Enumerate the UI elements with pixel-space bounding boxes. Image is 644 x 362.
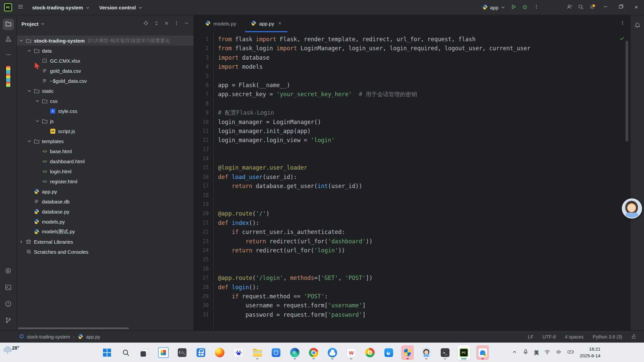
- main-menu-button[interactable]: [15, 2, 26, 13]
- taskbar-search-button[interactable]: [119, 345, 132, 360]
- tree-row[interactable]: database.db: [17, 196, 194, 206]
- taskbar-pycharm-button[interactable]: PC: [458, 345, 470, 360]
- editor-scrollbar[interactable]: [626, 41, 628, 141]
- horizontal-scrollbar[interactable]: [18, 327, 129, 329]
- minimize-button[interactable]: [598, 0, 613, 15]
- tree-row[interactable]: gold_data.csv: [17, 66, 194, 76]
- project-selector[interactable]: stock-trading-system: [29, 3, 93, 12]
- chevron-down-icon[interactable]: [34, 99, 41, 103]
- maximize-button[interactable]: [613, 0, 629, 15]
- taskbar-microsoft-store-button[interactable]: [195, 345, 207, 360]
- structure-tool-button[interactable]: [3, 34, 14, 46]
- inspection-ok-icon[interactable]: [619, 36, 625, 43]
- close-tab-icon[interactable]: ×: [278, 21, 281, 26]
- locate-file-icon[interactable]: [143, 20, 149, 27]
- taskbar-wecom-chat-button[interactable]: [476, 345, 489, 360]
- unlocked-padlock-icon[interactable]: [631, 334, 637, 340]
- code-with-me-button[interactable]: [564, 2, 575, 13]
- run-configuration-selector[interactable]: app: [480, 4, 508, 11]
- tree-row[interactable]: css: [17, 96, 194, 106]
- taskbar-baidu-button[interactable]: [232, 345, 245, 360]
- taskbar-edge-button[interactable]: [288, 345, 301, 360]
- tree-row[interactable]: <>base.html: [17, 146, 194, 156]
- tree-row[interactable]: External Libraries: [17, 237, 194, 247]
- taskbar-firefox-button[interactable]: [213, 345, 226, 360]
- status-interpreter[interactable]: Python 3.8 (3): [593, 334, 622, 340]
- taskbar-browser-button[interactable]: [364, 345, 376, 360]
- breadcrumb-file[interactable]: app.py: [86, 334, 100, 340]
- taskbar-task-view-button[interactable]: [138, 345, 151, 360]
- microphone-icon[interactable]: [523, 349, 529, 356]
- more-tools-button[interactable]: [3, 50, 14, 61]
- taskbar-start-button[interactable]: [101, 345, 113, 360]
- taskbar-wps-office-button[interactable]: W: [345, 345, 358, 360]
- run-button[interactable]: [508, 2, 519, 13]
- close-button[interactable]: ×: [629, 0, 644, 15]
- project-tool-button[interactable]: [3, 19, 14, 30]
- taskbar-assistant-button[interactable]: [420, 345, 433, 360]
- tree-row[interactable]: Scratches and Consoles: [17, 247, 194, 257]
- breadcrumb[interactable]: stock-trading-system › app.py: [19, 334, 100, 340]
- notifications-bell-icon[interactable]: [634, 22, 641, 330]
- run-tool-button[interactable]: [3, 266, 14, 277]
- taskbar-file-explorer-button[interactable]: [251, 345, 264, 360]
- tab-models.py[interactable]: models.py: [198, 15, 244, 32]
- tree-row[interactable]: <>register.html: [17, 176, 194, 186]
- panel-more-icon[interactable]: [174, 21, 179, 27]
- tab-app.py[interactable]: app.py×: [244, 15, 288, 32]
- tree-row[interactable]: JSscript.js: [17, 126, 194, 136]
- collapse-all-icon[interactable]: [164, 21, 169, 27]
- tree-row[interactable]: js: [17, 116, 194, 126]
- tree-row[interactable]: ~$gold_data.csv: [17, 76, 194, 86]
- taskbar-qq-browser-button[interactable]: [326, 345, 339, 360]
- assistant-avatar-overlay[interactable]: [622, 198, 642, 219]
- tree-row[interactable]: templates: [17, 136, 194, 146]
- tree-row[interactable]: <>login.html: [17, 166, 194, 176]
- volume-muted-icon[interactable]: [556, 349, 562, 356]
- git-tool-button[interactable]: [3, 315, 14, 326]
- tree-row[interactable]: <>dashboard.html: [17, 156, 194, 166]
- status-line-ending[interactable]: LF: [528, 334, 533, 340]
- input-language-indicator[interactable]: 英: [534, 350, 539, 356]
- chevron-right-icon[interactable]: [17, 240, 25, 244]
- search-everywhere-button[interactable]: [575, 2, 586, 13]
- expand-collapse-icon[interactable]: [154, 21, 159, 27]
- problems-tool-button[interactable]: [3, 299, 14, 310]
- status-indent[interactable]: 4 spaces: [565, 334, 584, 340]
- tree-row[interactable]: data: [17, 46, 194, 56]
- taskbar-clock[interactable]: 16:21 2025-8-14: [580, 346, 600, 359]
- taskbar-command-prompt-button[interactable]: C:\_: [176, 345, 189, 360]
- weather-widget[interactable]: 28°: [4, 345, 19, 356]
- chevron-down-icon[interactable]: [41, 22, 45, 26]
- chevron-down-icon[interactable]: [17, 39, 25, 43]
- chevron-down-icon[interactable]: [25, 89, 33, 93]
- taskbar-xunlei-button[interactable]: [382, 345, 395, 360]
- taskbar-chrome-button[interactable]: [307, 345, 320, 360]
- taskbar-pc-manager-button[interactable]: [270, 345, 282, 360]
- debug-button[interactable]: [519, 2, 531, 13]
- chevron-down-icon[interactable]: [25, 49, 33, 53]
- wifi-icon[interactable]: [544, 349, 550, 356]
- tree-row[interactable]: models.py: [17, 217, 194, 227]
- tree-row[interactable]: static: [17, 86, 194, 96]
- taskbar-terminal-button[interactable]: >_: [439, 345, 451, 360]
- tree-row[interactable]: app.py: [17, 186, 194, 196]
- taskbar-defender-button[interactable]: [401, 345, 414, 360]
- editor-area[interactable]: models.pyapp.py× 1from flask import Flas…: [194, 15, 630, 330]
- tree-row[interactable]: database.py: [17, 206, 194, 217]
- taskbar-paint-button[interactable]: [157, 345, 170, 360]
- chevron-down-icon[interactable]: [25, 139, 33, 143]
- tree-row[interactable]: stock-trading-systemD:\大模型-相关项目\深度学习股票量化: [17, 36, 194, 46]
- vcs-selector[interactable]: Version control: [96, 3, 146, 12]
- chevron-down-icon[interactable]: [34, 119, 41, 123]
- tree-row[interactable]: ?GC.CMX.xlsx: [17, 56, 194, 66]
- more-actions-button[interactable]: [531, 2, 542, 13]
- tray-chevron-up-icon[interactable]: [512, 349, 517, 356]
- battery-icon[interactable]: [567, 349, 574, 356]
- terminal-tool-button[interactable]: [3, 282, 14, 294]
- status-encoding[interactable]: UTF-8: [542, 334, 556, 340]
- hide-panel-icon[interactable]: [184, 21, 189, 27]
- plugin-colorbar-icon[interactable]: [5, 65, 11, 88]
- settings-button[interactable]: [586, 2, 598, 13]
- breadcrumb-project[interactable]: stock-trading-system: [27, 334, 70, 340]
